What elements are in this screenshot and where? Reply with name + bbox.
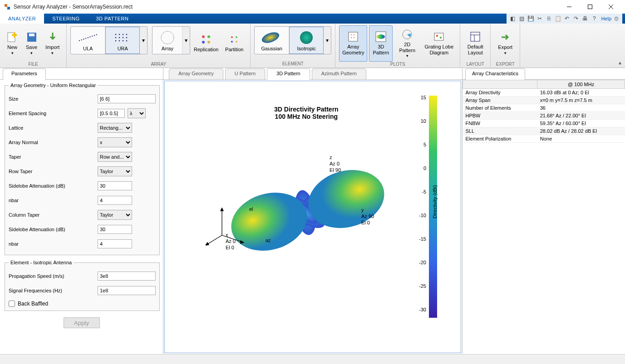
save-button[interactable]: Save▾ (23, 25, 40, 62)
svg-point-22 (202, 35, 205, 38)
table-row: Number of Elements36 (463, 104, 625, 112)
qat-dropdown-icon[interactable]: ⊙ (612, 15, 620, 23)
minimize-button[interactable] (559, 0, 580, 14)
app-icon (4, 3, 11, 10)
pattern-3d-plot (206, 140, 405, 290)
tab-analyzer[interactable]: ANALYZER (0, 14, 44, 24)
svg-point-14 (119, 37, 120, 39)
array-normal-select[interactable]: x (98, 137, 132, 147)
partition-button[interactable]: Partition (222, 25, 246, 62)
gallery-array-dropdown[interactable]: ▾ (140, 27, 147, 54)
tab-array-characteristics[interactable]: Array Characteristics (465, 68, 525, 80)
svg-point-9 (115, 34, 117, 35)
qat-help-icon[interactable]: ? (590, 15, 598, 23)
nbar-col-input[interactable] (98, 239, 132, 248)
legend-array-geometry: Array Geometry - Uniform Rectangular (9, 83, 98, 88)
qat-btn-1[interactable]: ◧ (508, 15, 517, 23)
back-baffled-checkbox[interactable] (9, 301, 15, 307)
taper-select[interactable]: Row and... (98, 152, 132, 162)
nbar-row-input[interactable] (98, 196, 132, 205)
window-title: Sensor Array Analyzer - SensorArraySessi… (14, 4, 559, 10)
export-button[interactable]: Export▾ (494, 25, 516, 62)
gallery-ura[interactable]: URA (105, 27, 140, 54)
tab-array-geometry[interactable]: Array Geometry (169, 68, 223, 80)
group-label-array: ARRAY (70, 62, 246, 68)
ribbon-tabstrip: ANALYZER STEERING 3D PATTERN ◧ ▤ 💾 ✂ ⎘ 📋… (0, 14, 625, 24)
gallery-ula[interactable]: ULA (71, 27, 105, 54)
tab-u-pattern[interactable]: U Pattern (225, 68, 265, 80)
tab-azimuth-pattern[interactable]: Azimuth Pattern (312, 68, 366, 80)
qat-undo-icon[interactable]: ↶ (563, 15, 571, 23)
column-taper-select[interactable]: Taylor (98, 210, 132, 220)
char-header: @ 100 MHz (537, 80, 625, 89)
apply-button: Apply (64, 317, 100, 328)
3d-pattern-button[interactable]: 3D Pattern (369, 25, 393, 62)
svg-point-11 (123, 34, 124, 35)
svg-point-23 (207, 35, 210, 38)
spacing-unit-select[interactable]: λ (128, 108, 146, 118)
title-bar: Sensor Array Analyzer - SensorArraySessi… (0, 0, 625, 14)
ribgroup-export: Export▾ EXPORT (491, 24, 520, 68)
signal-frequencies-input[interactable] (98, 286, 156, 295)
propagation-speed-input[interactable] (98, 272, 156, 281)
svg-rect-32 (349, 32, 358, 41)
default-layout-button[interactable]: Default Layout (464, 25, 487, 62)
svg-point-35 (351, 37, 352, 38)
gallery-gaussian[interactable]: Gaussian (255, 27, 289, 54)
qat-copy-icon[interactable]: ⎘ (545, 15, 553, 23)
table-row: FNBW59.35° Az / 60.00° El (463, 120, 625, 127)
new-button[interactable]: ✚New▾ (4, 25, 21, 62)
qat-print-icon[interactable]: 🖶 (581, 15, 589, 23)
table-row: Array Spanx=0 m y=7.5 m z=7.5 m (463, 97, 625, 104)
sidelobe-atten-row-input[interactable] (98, 181, 132, 190)
size-input[interactable] (98, 94, 156, 103)
tab-3d-pattern[interactable]: 3D Pattern (267, 68, 310, 80)
grating-lobe-button[interactable]: Grating Lobe Diagram (422, 25, 456, 62)
svg-point-19 (123, 40, 124, 42)
ribgroup-file: ✚New▾ Save▾ Import▾ FILE (0, 24, 67, 68)
maximize-button[interactable] (580, 0, 600, 14)
close-button[interactable] (600, 0, 621, 14)
array-style-gallery: Array ▾ (152, 26, 190, 54)
sidelobe-atten-col-input[interactable] (98, 225, 132, 234)
svg-rect-42 (440, 37, 442, 39)
table-row: Array Directivity16.03 dBi at 0 Az; 0 El (463, 89, 625, 97)
quick-access-toolbar: ◧ ▤ 💾 ✂ ⎘ 📋 ↶ ↷ 🖶 ? Help ⊙ (507, 14, 622, 24)
element-spacing-input[interactable] (98, 109, 125, 118)
tab-steering[interactable]: STEERING (44, 14, 88, 24)
ribbon-collapse-icon[interactable]: ▴ (615, 24, 625, 68)
table-row: SLL28.02 dB Az / 28.02 dB El (463, 127, 625, 135)
svg-rect-40 (434, 33, 443, 40)
ribbon: ✚New▾ Save▾ Import▾ FILE ULA URA ▾ Array… (0, 24, 625, 68)
import-button[interactable]: Import▾ (42, 25, 63, 62)
qat-save-icon[interactable]: 💾 (527, 15, 535, 23)
svg-point-18 (119, 40, 120, 42)
qat-paste-icon[interactable]: 📋 (554, 15, 562, 23)
plot-area[interactable]: 3D Directivity Pattern 100 MHz No Steeri… (164, 81, 461, 353)
tab-parameters[interactable]: Parameters (3, 68, 46, 80)
qat-btn-2[interactable]: ▤ (517, 15, 526, 23)
svg-point-26 (231, 36, 233, 38)
svg-rect-41 (436, 35, 438, 37)
element-gallery: Gaussian Isotropic ▾ (254, 26, 331, 54)
gallery-isotropic[interactable]: Isotropic (289, 27, 324, 54)
ribgroup-array: ULA URA ▾ Array ▾ Replication Partition … (67, 24, 251, 68)
gallery-array-style[interactable]: Array (153, 27, 182, 54)
row-taper-select[interactable]: Taylor (98, 166, 132, 176)
table-row: HPBW21.68° Az / 22.00° El (463, 112, 625, 120)
gallery-style-dropdown[interactable]: ▾ (182, 27, 190, 54)
svg-point-34 (354, 34, 354, 35)
help-link[interactable]: Help (601, 16, 611, 21)
tab-3d-pattern[interactable]: 3D PATTERN (88, 14, 137, 24)
qat-cut-icon[interactable]: ✂ (536, 15, 544, 23)
lattice-select[interactable]: Rectang... (98, 123, 132, 133)
svg-point-10 (119, 34, 120, 35)
svg-point-24 (202, 41, 205, 44)
qat-redo-icon[interactable]: ↷ (572, 15, 580, 23)
2d-pattern-button[interactable]: 2D Pattern▾ (394, 25, 420, 62)
array-gallery: ULA URA ▾ (70, 26, 148, 54)
replication-button[interactable]: Replication (192, 25, 220, 62)
fieldset-array-geometry: Array Geometry - Uniform Rectangular Siz… (5, 83, 160, 255)
gallery-element-dropdown[interactable]: ▾ (324, 27, 331, 54)
array-geometry-button[interactable]: Array Geometry (339, 25, 367, 62)
